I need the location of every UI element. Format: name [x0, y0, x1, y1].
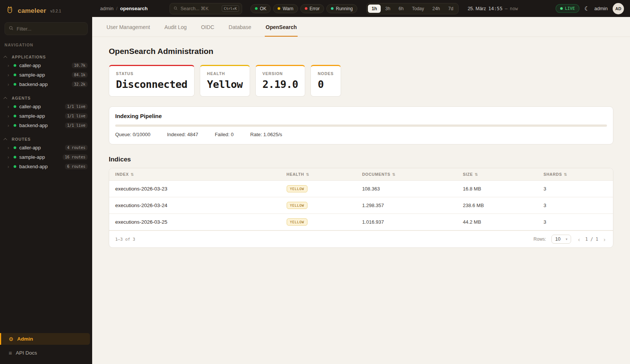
dark-mode-toggle-moon-icon[interactable]: ☾	[584, 6, 589, 11]
sidebar-item-caller-app-routes[interactable]: › caller-app 4 routes	[0, 143, 92, 152]
sidebar-item-caller-app-agent[interactable]: › caller-app 1/1 live	[0, 102, 92, 111]
sidebar-item-api-docs[interactable]: ≡ API Docs	[0, 347, 92, 359]
time-range-today[interactable]: Today	[408, 5, 428, 13]
status-dot	[14, 124, 16, 127]
section-title: APPLICATIONS	[12, 55, 46, 59]
table-row[interactable]: executions-2026-03-23 YELLOW 108.363 16.…	[109, 181, 613, 197]
sidebar-item-sample-app-routes[interactable]: › sample-app 16 routes	[0, 152, 92, 162]
pipeline-progress-bar	[115, 124, 607, 127]
time-range-1h[interactable]: 1h	[368, 5, 381, 13]
section-header-agents[interactable]: AGENTS	[0, 94, 92, 102]
column-header-size[interactable]: SIZE⇅	[457, 168, 537, 180]
version-card: VERSION 2.19.0	[255, 65, 306, 97]
sidebar-item-badge: 1/1 live	[65, 113, 88, 119]
tab-opensearch[interactable]: OpenSearch	[265, 17, 297, 37]
filter-chip-running[interactable]: Running	[326, 4, 357, 13]
chevron-up-icon	[3, 138, 7, 141]
cameleer-logo-icon	[5, 6, 14, 16]
cell-health: YELLOW	[281, 181, 356, 197]
rows-per-page-select[interactable]: 10 ▾	[551, 235, 571, 244]
sort-icon: ⇅	[306, 172, 309, 177]
status-dot	[14, 165, 16, 168]
sidebar-item-label: caller-app	[19, 104, 62, 109]
chip-label: Running	[336, 6, 353, 11]
main-area: admin / opensearch Ctrl+K OK Warn	[92, 0, 630, 364]
status-dot	[14, 156, 16, 158]
cell-shards: 3	[537, 215, 613, 229]
rate-stat: Rate: 1.0625/s	[250, 132, 283, 137]
list-icon: ≡	[9, 350, 12, 356]
sidebar-item-label: backend-app	[19, 164, 62, 169]
column-header-documents[interactable]: DOCUMENTS⇅	[356, 168, 457, 180]
row-range-info: 1–3 of 3	[115, 237, 135, 242]
stat-value: Yellow	[207, 78, 243, 90]
sidebar-item-label: backend-app	[19, 81, 69, 87]
cell-size: 44.2 MB	[457, 215, 537, 229]
search-shortcut-kbd: Ctrl+K	[222, 5, 239, 12]
tab-database[interactable]: Database	[228, 17, 252, 37]
next-page-button[interactable]: ›	[602, 236, 607, 243]
datetime-display[interactable]: 25. März 14:55 — now	[468, 6, 518, 11]
cell-size: 238.6 MB	[457, 198, 537, 213]
table-row[interactable]: executions-2026-03-25 YELLOW 1.016.937 4…	[109, 214, 613, 230]
avatar[interactable]: AD	[613, 3, 624, 14]
time-range-7d[interactable]: 7d	[445, 5, 457, 13]
sidebar-item-backend-app[interactable]: › backend-app 32.2k	[0, 80, 92, 89]
failed-stat: Failed: 0	[215, 132, 234, 137]
status-dot	[14, 74, 16, 76]
sidebar-item-sample-app-agent[interactable]: › sample-app 1/1 live	[0, 111, 92, 121]
logo[interactable]: cameleer v3.2.1	[0, 0, 92, 20]
nav-section-agents: AGENTS › caller-app 1/1 live › sample-ap…	[0, 94, 92, 130]
sort-icon: ⇅	[131, 172, 134, 177]
breadcrumb-root[interactable]: admin	[100, 6, 113, 11]
sidebar-item-sample-app[interactable]: › sample-app 84.1k	[0, 70, 92, 80]
filter-chip-error[interactable]: Error	[300, 4, 324, 13]
live-toggle[interactable]: LIVE	[556, 4, 580, 13]
admin-label: Admin	[17, 336, 33, 342]
sort-icon: ⇅	[475, 172, 478, 177]
filter-input[interactable]	[17, 26, 83, 32]
cell-health: YELLOW	[281, 214, 356, 230]
tab-audit-log[interactable]: Audit Log	[164, 17, 187, 37]
column-header-health[interactable]: HEALTH⇅	[281, 168, 356, 180]
status-dot	[14, 64, 16, 67]
cell-documents: 1.016.937	[356, 215, 457, 229]
filter-chip-warn[interactable]: Warn	[273, 4, 298, 13]
column-header-shards[interactable]: SHARDS⇅	[537, 168, 613, 180]
table-row[interactable]: executions-2026-03-24 YELLOW 1.298.357 2…	[109, 197, 613, 214]
sort-icon: ⇅	[392, 172, 396, 177]
sidebar-item-backend-app-routes[interactable]: › backend-app 6 routes	[0, 162, 92, 171]
live-dot-icon	[560, 7, 563, 10]
cell-health: YELLOW	[281, 197, 356, 213]
app-version: v3.2.1	[50, 9, 61, 13]
tab-oidc[interactable]: OIDC	[200, 17, 215, 37]
column-header-index[interactable]: INDEX⇅	[109, 168, 281, 180]
indices-table: INDEX⇅ HEALTH⇅ DOCUMENTS⇅ SIZE⇅ SHARDS⇅ …	[109, 168, 613, 248]
filter-chip-ok[interactable]: OK	[250, 4, 271, 13]
time-range-24h[interactable]: 24h	[429, 5, 444, 13]
sidebar-item-caller-app[interactable]: › caller-app 10.7k	[0, 61, 92, 70]
breadcrumb: admin / opensearch	[100, 6, 148, 11]
rows-per-page-value: 10	[555, 237, 561, 242]
live-label: LIVE	[565, 6, 575, 11]
sidebar-item-badge: 16 routes	[63, 154, 88, 160]
global-search[interactable]: Ctrl+K	[170, 3, 242, 14]
warn-dot-icon	[278, 7, 280, 10]
cell-index: executions-2026-03-24	[109, 198, 281, 213]
time-range-selector: 1h 3h 6h Today 24h 7d	[366, 3, 459, 14]
tab-user-management[interactable]: User Management	[106, 17, 151, 37]
status-dot	[14, 146, 16, 149]
cell-shards: 3	[537, 198, 613, 213]
sidebar-item-backend-app-agent[interactable]: › backend-app 1/1 live	[0, 121, 92, 130]
section-header-routes[interactable]: ROUTES	[0, 135, 92, 143]
topbar-right: LIVE ☾ admin AD	[556, 3, 624, 14]
time-range-3h[interactable]: 3h	[381, 5, 394, 13]
search-input[interactable]	[181, 6, 219, 11]
time-range-6h[interactable]: 6h	[395, 5, 407, 13]
sidebar-item-badge: 10.7k	[72, 63, 88, 68]
stat-cards: STATUS Disconnected HEALTH Yellow VERSIO…	[109, 65, 613, 97]
section-header-applications[interactable]: APPLICATIONS	[0, 53, 92, 61]
sidebar-item-admin[interactable]: ⚙ Admin	[0, 333, 90, 345]
table-footer: 1–3 of 3 Rows: 10 ▾ ‹ 1 / 1 ›	[109, 230, 613, 247]
prev-page-button[interactable]: ‹	[576, 236, 581, 243]
